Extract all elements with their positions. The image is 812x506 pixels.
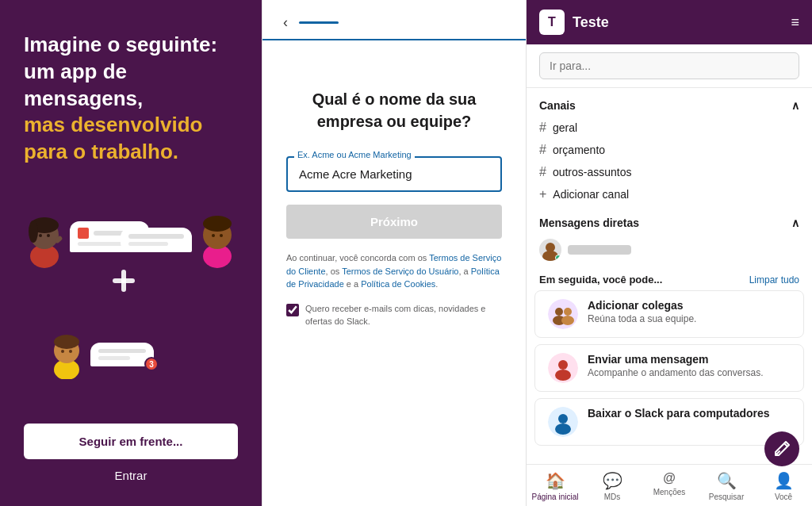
svg-point-3 [29, 220, 38, 243]
right-header: T Teste ≡ [527, 0, 812, 44]
company-question: Qual é o nome da sua empresa ou equipe? [286, 88, 502, 132]
svg-point-21 [548, 299, 578, 329]
dm-section-header[interactable]: Mensagens diretas ∧ [527, 212, 812, 234]
you-icon: 👤 [774, 471, 794, 490]
search-input[interactable] [539, 52, 799, 79]
progress-bar [299, 21, 339, 24]
person3-avatar [48, 330, 86, 379]
svg-point-12 [212, 234, 215, 237]
channel-item-outros[interactable]: # outros-assuntos [527, 161, 812, 183]
mentions-icon: @ [663, 471, 676, 485]
right-panel: T Teste ≡ Canais ∧ # geral # orçamento #… [527, 0, 812, 506]
channel-item-geral[interactable]: # geral [527, 117, 812, 139]
download-text: Baixar o Slack para computadores [588, 407, 770, 421]
svg-point-17 [61, 350, 64, 353]
mid-header: ‹ [262, 0, 526, 40]
entrar-button[interactable]: Entrar [24, 469, 238, 482]
compose-button[interactable] [764, 431, 799, 466]
clear-all-button[interactable]: Limpar tudo [749, 274, 799, 286]
person2-bubble [121, 228, 192, 252]
suggestion-card-send-message[interactable]: Enviar uma mensagem Acompanhe o andament… [534, 344, 804, 392]
send-message-avatar [548, 353, 578, 383]
chevron-up-dm-icon: ∧ [791, 217, 799, 229]
svg-point-27 [558, 360, 568, 370]
online-dot [555, 255, 561, 261]
bubble-line5 [98, 349, 146, 353]
dm-item[interactable] [527, 234, 812, 266]
send-message-text: Enviar uma mensagem Acompanhe o andament… [588, 353, 763, 378]
dm-name-blurred [568, 245, 631, 255]
download-avatar [548, 407, 578, 437]
svg-point-31 [555, 424, 571, 435]
nav-dms[interactable]: 💬 MDs [584, 465, 641, 506]
hash-icon-orcamento: # [539, 143, 546, 157]
headline: Imagine o seguinte: um app de mensagens,… [24, 32, 238, 166]
bubble-icon [78, 228, 89, 239]
add-colleagues-avatar [548, 299, 578, 329]
search-bar [527, 44, 812, 88]
svg-rect-8 [113, 278, 135, 283]
bubble-line6 [98, 356, 130, 360]
seguir-button[interactable]: Seguir em frente... [24, 424, 238, 459]
left-panel: Imagine o seguinte: um app de mensagens,… [0, 0, 262, 506]
svg-point-24 [564, 308, 572, 316]
person3-bubble: 3 [90, 343, 154, 366]
add-channel-item[interactable]: + Adicionar canal [527, 183, 812, 205]
add-colleagues-text: Adicionar colegas Reúna toda a sua equip… [588, 299, 696, 324]
nav-mentions[interactable]: @ Menções [641, 465, 698, 506]
nav-home[interactable]: 🏠 Página inicial [527, 465, 584, 506]
suggestions-header: Em seguida, você pode... Limpar tudo [527, 266, 812, 290]
svg-point-18 [69, 350, 72, 353]
channels-section-header[interactable]: Canais ∧ [527, 94, 812, 117]
dms-icon: 💬 [603, 471, 622, 490]
input-label: Ex. Acme ou Acme Marketing [294, 150, 415, 159]
dm-avatar [539, 239, 561, 261]
email-checkbox-row: Quero receber e-mails com dicas, novidad… [286, 302, 502, 328]
person2-group [121, 213, 238, 268]
person2-avatar [197, 213, 238, 268]
bubble-line4 [128, 242, 168, 246]
person1-avatar [24, 213, 65, 268]
notification-badge: 3 [144, 357, 159, 371]
svg-point-13 [220, 234, 223, 237]
email-checkbox[interactable] [286, 304, 299, 316]
slack-plus-icon [111, 268, 136, 297]
illustration: 3 [24, 185, 238, 408]
menu-icon[interactable]: ≡ [791, 14, 799, 31]
workspace-name: Teste [573, 14, 609, 31]
svg-point-16 [54, 335, 79, 349]
svg-point-30 [558, 414, 568, 424]
terms-text: Ao continuar, você concorda com os Termo… [286, 251, 502, 291]
middle-panel: ‹ Qual é o nome da sua empresa ou equipe… [262, 0, 527, 506]
proximo-button[interactable]: Próximo [286, 205, 502, 239]
hash-icon-outros: # [539, 165, 546, 179]
channel-item-orcamento[interactable]: # orçamento [527, 139, 812, 161]
bubble-line3 [128, 234, 184, 239]
suggestion-card-download[interactable]: Baixar o Slack para computadores [534, 398, 804, 446]
workspace-info: T Teste [539, 10, 609, 35]
workspace-avatar: T [539, 10, 565, 35]
chevron-up-icon: ∧ [791, 99, 799, 112]
suggestion-card-add-colleagues[interactable]: Adicionar colegas Reúna toda a sua equip… [534, 290, 804, 338]
back-button[interactable]: ‹ [278, 13, 293, 33]
company-input-group: Ex. Acme ou Acme Marketing [286, 156, 502, 192]
nav-you[interactable]: 👤 Você [755, 465, 812, 506]
company-name-input[interactable] [286, 156, 502, 192]
svg-point-22 [555, 308, 563, 316]
terms-link4[interactable]: Política de Cookies [361, 279, 435, 289]
search-icon: 🔍 [717, 471, 737, 490]
hash-icon-geral: # [539, 121, 546, 135]
svg-point-5 [47, 234, 50, 237]
person3-group: 3 [48, 330, 154, 379]
svg-point-4 [39, 234, 42, 237]
home-icon: 🏠 [546, 471, 565, 490]
sidebar-content: Canais ∧ # geral # orçamento # outros-as… [527, 88, 812, 464]
checkbox-label-text: Quero receber e-mails com dicas, novidad… [305, 302, 502, 328]
terms-link2[interactable]: Termos de Serviço do Usuário [342, 266, 458, 276]
nav-search[interactable]: 🔍 Pesquisar [698, 465, 755, 506]
svg-point-25 [561, 316, 574, 325]
svg-point-28 [555, 370, 571, 381]
plus-icon: + [539, 187, 546, 201]
bottom-nav: 🏠 Página inicial 💬 MDs @ Menções 🔍 Pesqu… [527, 464, 812, 506]
svg-point-11 [203, 216, 232, 232]
